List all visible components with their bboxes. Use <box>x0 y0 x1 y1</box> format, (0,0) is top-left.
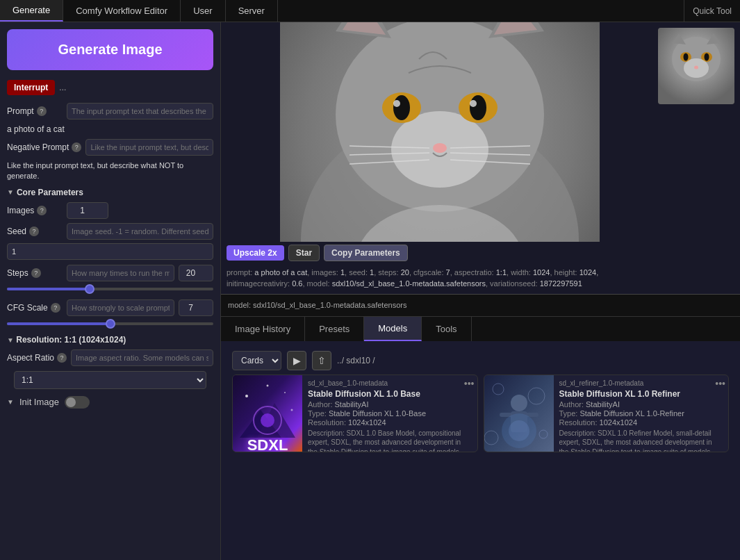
svg-point-31 <box>694 66 698 69</box>
tab-tools[interactable]: Tools <box>422 317 471 341</box>
svg-point-43 <box>511 395 527 411</box>
cfg-slider[interactable] <box>0 318 220 332</box>
interrupt-row: Interrupt ... <box>0 77 220 101</box>
models-upload-icon[interactable]: ⇧ <box>312 351 331 370</box>
main-layout: Generate Image Interrupt ... Prompt ? a … <box>0 22 740 560</box>
seed-input[interactable] <box>7 243 213 260</box>
model-label: model: sdxl10/sd_xl_base_1.0-metadata.sa… <box>228 301 406 309</box>
seed-row: Seed ? <box>0 221 220 242</box>
center-panel: Upscale 2x Star Copy Parameters prompt: … <box>221 22 740 560</box>
cfg-placeholder[interactable] <box>67 299 174 316</box>
nav-tab-comfy[interactable]: Comfy Workflow Editor <box>63 0 181 22</box>
cfg-row: CFG Scale ? <box>0 297 220 318</box>
prompt-help-icon[interactable]: ? <box>37 106 47 116</box>
model-type-base: Type: Stable Diffusion XL 1.0-Base <box>308 409 472 418</box>
resolution-header[interactable]: ▼ Resolution: 1:1 (1024x1024) <box>0 332 220 347</box>
thumbnail-panel <box>658 28 734 236</box>
init-image-toggle[interactable] <box>65 396 90 409</box>
model-bar: model: sdxl10/sd_xl_base_1.0-metadata.sa… <box>221 294 740 316</box>
cfg-help-icon[interactable]: ? <box>51 303 60 313</box>
core-params-header[interactable]: ▼ Core Parameters <box>0 185 220 200</box>
tab-image-history[interactable]: Image History <box>221 317 305 341</box>
svg-point-11 <box>470 95 486 120</box>
cat-image <box>280 22 600 242</box>
svg-point-34 <box>267 384 269 386</box>
neg-prompt-input[interactable] <box>85 139 213 156</box>
upscale-button[interactable]: Upscale 2x <box>227 245 284 261</box>
model-filename-base: sd_xl_base_1.0-metadata <box>308 379 472 387</box>
svg-point-35 <box>284 392 286 393</box>
steps-placeholder[interactable] <box>67 265 174 281</box>
model-author-refiner: Author: StabilityAI <box>559 400 723 409</box>
aspect-ratio-select[interactable]: 1:1 16:9 4:3 3:2 <box>14 371 206 389</box>
init-image-row: ▼ Init Image <box>0 393 220 411</box>
svg-text:SDXL: SDXL <box>247 436 288 452</box>
model-card-dots-refiner[interactable]: ••• <box>715 378 725 389</box>
model-filename-refiner: sd_xl_refiner_1.0-metadata <box>559 379 723 387</box>
nav-tab-server[interactable]: Server <box>226 0 278 22</box>
neg-prompt-row: Negative Prompt ? <box>0 137 220 158</box>
images-input[interactable] <box>67 202 108 219</box>
models-refresh-icon[interactable]: ▶ <box>287 351 306 370</box>
model-card-dots-base[interactable]: ••• <box>464 378 475 389</box>
model-card-base[interactable]: SDXL sd_xl_base_1.0-metadata Stable Diff… <box>232 374 478 452</box>
image-view <box>221 22 740 242</box>
generate-button[interactable]: Generate Image <box>7 29 213 70</box>
models-toolbar: Cards List ▶ ⇧ ../ sdxl10 / <box>227 347 734 374</box>
svg-point-36 <box>291 409 293 411</box>
left-panel: Generate Image Interrupt ... Prompt ? a … <box>0 22 221 560</box>
cfg-input[interactable] <box>179 299 213 316</box>
aspect-placeholder[interactable] <box>71 349 213 366</box>
model-card-refiner[interactable]: sd_xl_refiner_1.0-metadata Stable Diffus… <box>484 374 730 452</box>
images-help-icon[interactable]: ? <box>37 206 47 215</box>
steps-help-icon[interactable]: ? <box>31 268 41 278</box>
prompt-label: Prompt ? <box>7 106 63 116</box>
prompt-row: Prompt ? <box>0 101 220 122</box>
models-panel: Cards List ▶ ⇧ ../ sdxl10 / <box>221 341 740 561</box>
svg-point-14 <box>433 143 447 153</box>
main-image-container <box>227 28 652 236</box>
prompt-placeholder-input[interactable] <box>67 103 213 120</box>
models-path: ../ sdxl10 / <box>337 356 375 365</box>
neg-prompt-help-icon[interactable]: ? <box>72 142 81 152</box>
svg-point-33 <box>245 395 248 397</box>
model-card-refiner-info: sd_xl_refiner_1.0-metadata Stable Diffus… <box>554 375 729 452</box>
model-author-base: Author: StabilityAI <box>308 400 472 409</box>
model-type-refiner: Type: Stable Diffusion XL 1.0-Refiner <box>559 409 723 418</box>
svg-point-28 <box>684 53 689 61</box>
tab-models[interactable]: Models <box>364 317 422 341</box>
steps-input[interactable] <box>179 265 213 281</box>
aspect-help-icon[interactable]: ? <box>57 353 67 363</box>
aspect-ratio-row: Aspect Ratio ? <box>0 347 220 368</box>
steps-label: Steps ? <box>7 268 63 278</box>
cfg-label: CFG Scale ? <box>7 303 63 313</box>
top-nav: Generate Comfy Workflow Editor User Serv… <box>0 0 740 22</box>
seed-placeholder[interactable] <box>67 223 213 240</box>
svg-point-10 <box>393 95 410 120</box>
neg-prompt-label: Negative Prompt ? <box>7 142 81 152</box>
nav-tab-user[interactable]: User <box>181 0 225 22</box>
images-row: Images ? <box>0 200 220 221</box>
model-res-refiner: Resolution: 1024x1024 <box>559 418 723 427</box>
models-view-select[interactable]: Cards List <box>232 351 281 370</box>
model-title-refiner: Stable Diffusion XL 1.0 Refiner <box>559 389 723 399</box>
svg-point-29 <box>705 53 709 61</box>
star-button[interactable]: Star <box>288 245 320 261</box>
nav-tab-generate[interactable]: Generate <box>0 0 63 22</box>
interrupt-button[interactable]: Interrupt <box>7 80 55 95</box>
seed-help-icon[interactable]: ? <box>29 227 39 236</box>
refiner-thumb <box>484 375 554 452</box>
bottom-tabs: Image History Presets Models Tools <box>221 316 740 341</box>
svg-point-48 <box>509 420 529 441</box>
aspect-ratio-label: Aspect Ratio ? <box>7 353 67 363</box>
quick-tool-label: Quick Tool <box>684 0 740 22</box>
steps-slider[interactable] <box>0 283 220 297</box>
images-label: Images ? <box>7 206 63 215</box>
model-title-base: Stable Diffusion XL 1.0 Base <box>308 389 472 399</box>
resolution-chevron-icon: ▼ <box>7 336 14 344</box>
neg-prompt-value: Like the input prompt text, but describe… <box>0 158 220 185</box>
thumbnail-1[interactable] <box>658 28 734 104</box>
tab-presets[interactable]: Presets <box>305 317 364 341</box>
steps-row: Steps ? <box>0 263 220 283</box>
copy-params-button[interactable]: Copy Parameters <box>324 245 408 261</box>
